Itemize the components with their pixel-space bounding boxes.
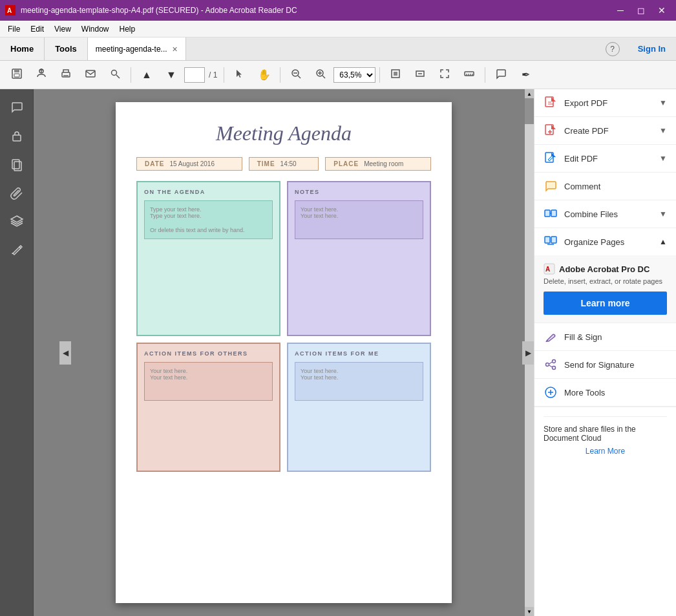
- cursor-button[interactable]: [228, 65, 251, 85]
- scroll-up-button[interactable]: ▲: [525, 89, 534, 98]
- panel-sendsig-section: Send for Signature: [534, 351, 676, 379]
- tab-signin-button[interactable]: Sign In: [628, 37, 676, 60]
- email-button[interactable]: [79, 65, 102, 85]
- svg-line-10: [116, 75, 120, 78]
- agenda-box: ON THE AGENDA Type your text here. Type …: [136, 181, 280, 336]
- svg-rect-35: [545, 210, 550, 217]
- page-number-input[interactable]: 1: [184, 67, 205, 83]
- agenda-inner: Type your text here. Type your text here…: [144, 200, 273, 239]
- svg-rect-3: [14, 69, 19, 72]
- action-others-box: ACTION ITEMS FOR OTHERS Your text here. …: [136, 343, 280, 472]
- pdf-scroll-area[interactable]: Meeting Agenda DATE 15 August 2016 TIME …: [34, 89, 534, 616]
- action-me-text2: Your text here.: [301, 374, 417, 381]
- search-icon: [109, 68, 121, 82]
- pdf-place-box: PLACE Meeting room: [325, 157, 431, 171]
- pdf-meta-row: DATE 15 August 2016 TIME 14:50 PLACE Mee…: [136, 157, 431, 171]
- menu-file[interactable]: File: [3, 23, 25, 35]
- maximize-button[interactable]: ◻: [632, 4, 650, 17]
- sidebar-pages-button[interactable]: [4, 151, 30, 177]
- send-signature-label: Send for Signature: [564, 360, 667, 370]
- comment-panel-button[interactable]: Comment: [534, 173, 676, 200]
- tab-spacer: [186, 37, 598, 60]
- share-button[interactable]: [30, 65, 53, 85]
- print-button[interactable]: [54, 65, 78, 85]
- panel-organize-section: Organize Pages ▲ A Adobe Acrobat Pro DC …: [534, 228, 676, 323]
- menu-view[interactable]: View: [49, 23, 76, 35]
- export-pdf-button[interactable]: Export PDF ▼: [534, 89, 676, 116]
- prev-page-button[interactable]: ▲: [135, 65, 158, 85]
- tab-help-button[interactable]: ?: [598, 37, 628, 60]
- measure-button[interactable]: [458, 65, 481, 85]
- app-icon: A: [5, 5, 16, 16]
- date-label: DATE: [145, 160, 164, 167]
- sidebar-edit-button[interactable]: [4, 237, 30, 262]
- more-tools-icon: [544, 385, 558, 399]
- action-others-title: ACTION ITEMS FOR OTHERS: [144, 350, 273, 357]
- more-tools-button[interactable]: More Tools: [534, 379, 676, 406]
- fit-width-button[interactable]: [408, 65, 432, 85]
- tab-document[interactable]: meeting-agenda-te... ×: [88, 37, 186, 60]
- export-pdf-icon: [544, 96, 558, 110]
- svg-point-9: [112, 70, 117, 75]
- scroll-down-button[interactable]: ▼: [525, 607, 534, 616]
- menu-help[interactable]: Help: [114, 23, 141, 35]
- fullscreen-button[interactable]: [433, 65, 456, 85]
- combine-files-arrow: ▼: [659, 209, 667, 218]
- learn-more-button[interactable]: Learn more: [544, 292, 667, 315]
- menu-window[interactable]: Window: [76, 23, 114, 35]
- organize-promo-icon-title: A Adobe Acrobat Pro DC: [544, 263, 667, 275]
- action-others-inner: Your text here. Your text here.: [144, 362, 273, 401]
- right-panel-toggle[interactable]: ▶: [522, 341, 534, 365]
- sign-icon: ✒: [522, 69, 530, 81]
- pdf-area: ◀ ▶ Meeting Agenda DATE 15 August 2016 T…: [34, 89, 534, 616]
- sidebar-lock-button[interactable]: [4, 123, 30, 149]
- tab-bar: Home Tools meeting-agenda-te... × ? Sign…: [0, 37, 676, 61]
- zoom-select[interactable]: 63,5%: [333, 67, 375, 83]
- toolbar-sep-4: [379, 67, 380, 83]
- sidebar-comment-button[interactable]: [4, 94, 30, 120]
- next-page-button[interactable]: ▼: [160, 65, 183, 85]
- send-signature-button[interactable]: Send for Signature: [534, 351, 676, 378]
- tab-tools[interactable]: Tools: [45, 37, 88, 60]
- notes-inner: Your text here. Your text here.: [295, 200, 423, 239]
- comment-button[interactable]: [489, 65, 512, 85]
- fill-sign-button[interactable]: Fill & Sign: [534, 323, 676, 350]
- create-pdf-button[interactable]: Create PDF ▼: [534, 117, 676, 144]
- page-total: / 1: [209, 70, 217, 80]
- sidebar-attachment-button[interactable]: [4, 180, 30, 206]
- zoom-in-button[interactable]: [309, 65, 332, 85]
- fill-sign-label: Fill & Sign: [564, 332, 667, 342]
- menu-edit[interactable]: Edit: [25, 23, 49, 35]
- edit-pdf-button[interactable]: Edit PDF ▼: [534, 145, 676, 172]
- svg-rect-27: [13, 135, 21, 141]
- fit-page-button[interactable]: [384, 65, 407, 85]
- svg-rect-29: [14, 162, 21, 171]
- comment-panel-label: Comment: [564, 182, 667, 191]
- main-content: ◀ ▶ Meeting Agenda DATE 15 August 2016 T…: [0, 89, 676, 616]
- cloud-learn-more-link[interactable]: Learn More: [544, 447, 667, 456]
- sidebar-layers-button[interactable]: [4, 208, 30, 234]
- find-button[interactable]: [103, 65, 127, 85]
- export-pdf-arrow: ▼: [659, 98, 667, 107]
- zoom-control: 63,5%: [333, 67, 375, 83]
- save-button[interactable]: [5, 65, 28, 85]
- hand-button[interactable]: ✋: [253, 65, 276, 85]
- panel-create-section: Create PDF ▼: [534, 117, 676, 145]
- minimize-button[interactable]: ─: [611, 4, 629, 17]
- tab-close-button[interactable]: ×: [173, 44, 178, 54]
- toolbar-sep-3: [280, 67, 280, 83]
- scroll-thumb[interactable]: [525, 98, 534, 124]
- svg-text:A: A: [7, 7, 12, 14]
- upload-icon: [36, 68, 47, 82]
- sign-button[interactable]: ✒: [514, 65, 537, 85]
- left-panel-toggle[interactable]: ◀: [59, 341, 71, 365]
- fit-page-icon: [390, 68, 401, 82]
- zoom-out-button[interactable]: [284, 65, 308, 85]
- combine-files-button[interactable]: Combine Files ▼: [534, 200, 676, 228]
- organize-pages-arrow: ▲: [659, 237, 667, 246]
- svg-rect-4: [14, 74, 19, 77]
- close-button[interactable]: ✕: [653, 4, 671, 17]
- create-pdf-icon: [544, 123, 558, 138]
- organize-pages-button[interactable]: Organize Pages ▲: [534, 228, 676, 255]
- tab-home[interactable]: Home: [0, 37, 45, 60]
